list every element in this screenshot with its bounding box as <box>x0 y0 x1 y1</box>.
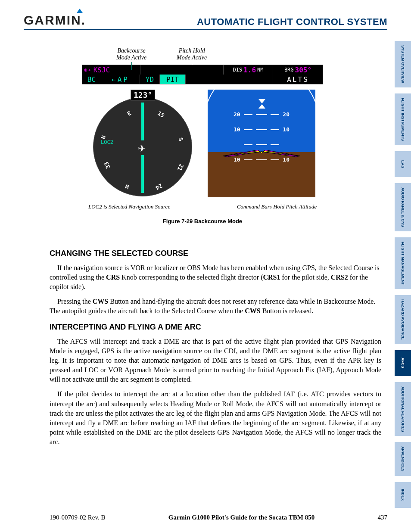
paragraph: The AFCS will intercept and track a DME … <box>50 337 381 384</box>
callout-pitch-hold: Pitch Hold Mode Active <box>177 47 207 61</box>
heading-dme-arc: INTERCEPTING AND FLYING A DME ARC <box>50 322 381 333</box>
tab-appendices[interactable]: APPENDICES <box>395 442 411 476</box>
heading-changing-course: CHANGING THE SELECTED COURSE <box>50 248 381 259</box>
callout-text: Mode Active <box>177 54 207 61</box>
side-tabs: SYSTEM OVERVIEW FLIGHT INSTRUMENTS EAS A… <box>395 41 411 508</box>
doc-title: Garmin G1000 Pilot's Guide for the Socat… <box>168 514 314 521</box>
figure-7-29: Backcourse Mode Active Pitch Hold Mode A… <box>82 47 323 224</box>
tab-hazard-avoidance[interactable]: HAZARD AVOIDANCE <box>395 295 411 344</box>
doc-number: 190-00709-02 Rev. B <box>50 514 105 521</box>
waypoint-id: KSJC <box>93 66 110 74</box>
garmin-logo: GARMIN. <box>24 13 85 28</box>
direct-to-icon: ⊕➜ <box>84 67 91 73</box>
paragraph: Pressing the CWS Button and hand-flying … <box>50 297 381 316</box>
caption-left: LOC2 is Selected Navigation Source <box>88 203 170 210</box>
ap-status: ←AP <box>101 75 140 84</box>
tab-system-overview[interactable]: SYSTEM OVERVIEW <box>395 41 411 87</box>
body-content: CHANGING THE SELECTED COURSE If the navi… <box>50 242 381 452</box>
callout-line-icon <box>192 62 192 70</box>
callout-line-icon <box>131 62 132 70</box>
page-footer: 190-00709-02 Rev. B Garmin G1000 Pilot's… <box>50 514 387 521</box>
instrument-displays: 123° LOC2 ✈ E 15 S 21 24 W 33 N 2020 101… <box>82 90 323 197</box>
yd-status: YD <box>140 75 160 84</box>
brg-value: 305° <box>295 66 312 74</box>
tab-flight-instruments[interactable]: FLIGHT INSTRUMENTS <box>395 93 411 145</box>
command-bars-icon <box>223 150 300 157</box>
tab-additional-features[interactable]: ADDITIONAL FEATURES <box>395 382 411 436</box>
tab-eas[interactable]: EAS <box>395 151 411 177</box>
logo-delta-icon <box>77 9 83 13</box>
dis-unit: NM <box>257 67 263 73</box>
section-title: AUTOMATIC FLIGHT CONTROL SYSTEM <box>197 16 387 28</box>
caption-right: Command Bars Hold Pitch Attitude <box>237 203 317 210</box>
tab-afcs[interactable]: AFCS <box>395 350 411 376</box>
callout-backcourse: Backcourse Mode Active <box>116 47 146 61</box>
dis-value: 1.6 <box>243 66 256 74</box>
empty-cell <box>140 65 224 75</box>
roll-index-icon <box>258 104 265 109</box>
callout-text: Pitch Hold <box>179 47 205 54</box>
distance-cell: DIS 1.6 NM <box>224 65 273 75</box>
attitude-display: 2020 1010 0000 1010 <box>208 90 315 197</box>
afcs-status-bar: ⊕➜ KSJC DIS 1.6 NM BRG 305° BC ←AP YD PI… <box>82 65 323 84</box>
tab-index[interactable]: INDEX <box>395 482 411 508</box>
callout-text: Mode Active <box>116 54 146 61</box>
compass-cardinals: E 15 S 21 24 W 33 N <box>93 93 196 197</box>
bc-mode: BC <box>82 75 101 84</box>
hsi-display: 123° LOC2 ✈ E 15 S 21 24 W 33 N <box>90 90 196 197</box>
figure-callouts: Backcourse Mode Active Pitch Hold Mode A… <box>82 47 323 61</box>
logo-text: GARMIN <box>24 13 81 27</box>
page-header: GARMIN. AUTOMATIC FLIGHT CONTROL SYSTEM <box>24 13 387 30</box>
pit-mode: PIT <box>160 75 186 84</box>
brg-label: BRG <box>284 67 294 73</box>
dis-label: DIS <box>233 67 242 73</box>
alts-armed: ALTS <box>273 75 323 84</box>
page-number: 437 <box>377 514 387 521</box>
figure-title: Figure 7-29 Backcourse Mode <box>82 218 323 224</box>
tab-audio-cns[interactable]: AUDIO PANEL & CNS <box>395 183 411 231</box>
bearing-cell: BRG 305° <box>273 65 323 75</box>
roll-pointer-icon <box>258 99 265 103</box>
figure-captions: LOC2 is Selected Navigation Source Comma… <box>82 203 323 210</box>
callout-text: Backcourse <box>117 47 145 54</box>
tab-flight-management[interactable]: FLIGHT MANAGEMENT <box>395 237 411 289</box>
paragraph: If the pilot decides to intercept the ar… <box>50 389 381 446</box>
paragraph: If the navigation source is VOR or local… <box>50 263 381 292</box>
empty-cell <box>186 75 273 84</box>
